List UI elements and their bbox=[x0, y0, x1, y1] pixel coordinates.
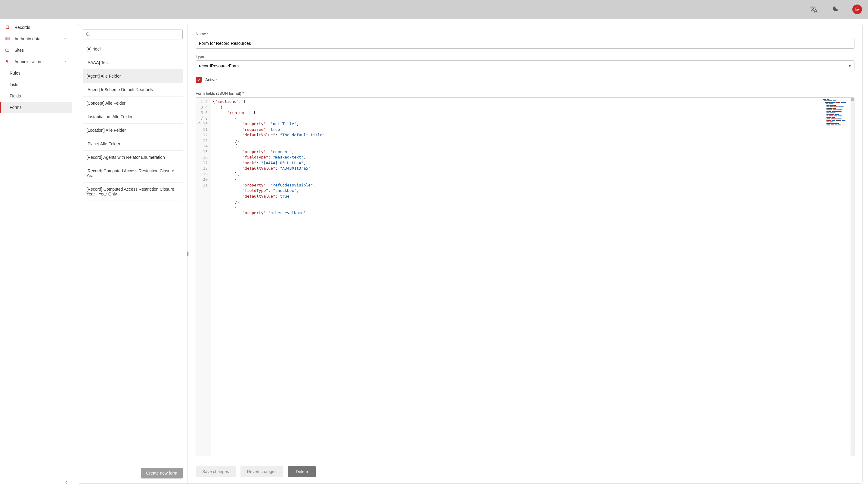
folder-icon bbox=[5, 48, 10, 53]
main-content: [A] 4del[AAAA] Test[Agent] Alle Felder[A… bbox=[72, 19, 868, 489]
form-list-item[interactable]: [Record] Computed Access Restriction Clo… bbox=[83, 164, 183, 183]
form-list-item[interactable]: [AAAA] Test bbox=[83, 56, 183, 69]
form-list-item[interactable]: [Agent] Alle Felder bbox=[83, 69, 183, 83]
svg-line-3 bbox=[89, 35, 90, 36]
active-label: Active bbox=[205, 77, 217, 82]
nav-subitem-fields[interactable]: Fields bbox=[0, 90, 72, 102]
nav-item-authority-data[interactable]: Authority data bbox=[0, 33, 72, 44]
svg-point-0 bbox=[6, 60, 7, 62]
topbar bbox=[0, 0, 868, 19]
name-field[interactable] bbox=[196, 38, 855, 49]
pane-resize-handle[interactable] bbox=[187, 252, 188, 256]
json-fields-label: Form fields (JSON format) * bbox=[196, 91, 855, 96]
form-list-item[interactable]: [Record] Agents with Relator Enumeration bbox=[83, 151, 183, 164]
revert-changes-button[interactable]: Revert changes bbox=[241, 466, 283, 477]
form-list-item[interactable]: [Record] Computed Access Restriction Clo… bbox=[83, 183, 183, 201]
book-icon bbox=[5, 25, 10, 30]
type-select[interactable] bbox=[196, 60, 855, 71]
nav-item-administration[interactable]: Administration bbox=[0, 56, 72, 67]
form-detail-pane: Name * Type ▾ Active F bbox=[188, 24, 862, 483]
chevron-down-icon bbox=[63, 59, 67, 64]
sidebar: RecordsAuthority dataSitesAdministration… bbox=[0, 19, 72, 489]
user-avatar-button[interactable] bbox=[852, 4, 862, 14]
forms-list-pane: [A] 4del[AAAA] Test[Agent] Alle Felder[A… bbox=[78, 24, 188, 483]
nav-item-records[interactable]: Records bbox=[0, 22, 72, 33]
search-icon bbox=[86, 32, 90, 37]
active-checkbox[interactable] bbox=[196, 77, 202, 83]
nav-label: Authority data bbox=[14, 36, 59, 41]
nav-subitem-forms[interactable]: Forms bbox=[0, 102, 72, 113]
form-list-item[interactable]: [Agent] InScheme Default Readonly bbox=[83, 83, 183, 97]
name-label: Name * bbox=[196, 32, 855, 36]
create-new-form-button[interactable]: Create new form bbox=[141, 468, 183, 479]
delete-button[interactable]: Delete bbox=[288, 466, 316, 477]
form-list-item[interactable]: [Place] Alle Felder bbox=[83, 137, 183, 151]
collapse-sidebar-button[interactable] bbox=[64, 480, 68, 485]
language-icon[interactable] bbox=[809, 4, 819, 14]
nav-label: Administration bbox=[14, 59, 59, 64]
svg-point-1 bbox=[8, 62, 9, 63]
search-input-wrap[interactable] bbox=[83, 29, 183, 39]
dark-mode-icon[interactable] bbox=[831, 4, 840, 14]
nav-label: Sites bbox=[14, 48, 67, 53]
save-changes-button[interactable]: Save changes bbox=[196, 466, 236, 477]
barcode-icon bbox=[5, 36, 10, 41]
nav-subitem-lists[interactable]: Lists bbox=[0, 79, 72, 90]
form-list-item[interactable]: [Instantiation] Alle Felder bbox=[83, 110, 183, 124]
svg-point-2 bbox=[86, 33, 89, 35]
form-list-item[interactable]: [Concept] Alle Felder bbox=[83, 97, 183, 110]
nav-subitem-rules[interactable]: Rules bbox=[0, 67, 72, 79]
chevron-down-icon bbox=[63, 36, 67, 41]
nav-label: Records bbox=[14, 25, 67, 30]
json-code-editor[interactable]: 1 2 3 4 5 6 7 8 9 10 11 12 13 14 15 16 1… bbox=[196, 97, 855, 456]
editor-scrollbar[interactable] bbox=[850, 98, 854, 456]
type-label: Type bbox=[196, 54, 855, 59]
gears-icon bbox=[5, 59, 10, 64]
form-list-item[interactable]: [Location] Alle Felder bbox=[83, 124, 183, 137]
nav-item-sites[interactable]: Sites bbox=[0, 44, 72, 56]
form-list-item[interactable]: [A] 4del bbox=[83, 42, 183, 56]
search-input[interactable] bbox=[92, 32, 180, 37]
